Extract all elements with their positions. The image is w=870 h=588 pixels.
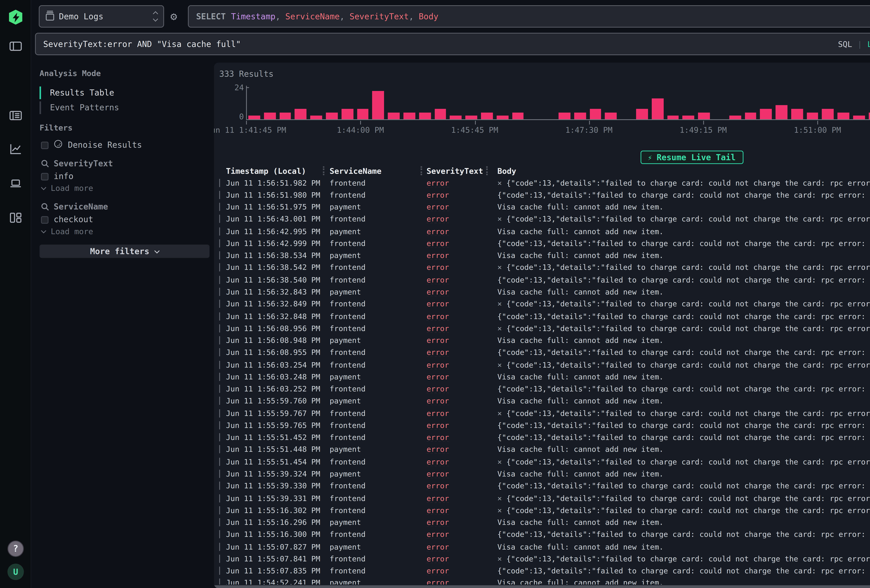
search-panel-icon[interactable] (9, 40, 22, 53)
row-expand-chevron-icon[interactable] (219, 300, 220, 308)
row-expand-chevron-icon[interactable] (219, 397, 220, 405)
histogram-bar[interactable] (419, 112, 431, 119)
table-row[interactable]: Jun 11 1:55:39.324 PMpaymenterrorVisa ca… (214, 468, 870, 480)
histogram-bar[interactable] (481, 112, 493, 119)
mode-results-table[interactable]: Results Table (40, 86, 114, 99)
header-timestamp[interactable]: Timestamp (Local) (226, 166, 330, 175)
table-row[interactable]: Jun 11 1:55:51.448 PMpaymenterrorVisa ca… (214, 444, 870, 456)
row-expand-chevron-icon[interactable] (219, 506, 220, 514)
histogram-bar[interactable] (590, 109, 601, 119)
facet-option-info[interactable]: info (41, 171, 73, 181)
row-expand-chevron-icon[interactable] (219, 542, 220, 551)
table-row[interactable]: Jun 11 1:54:52.241 PMpaymenterrorVisa ca… (214, 577, 870, 584)
row-expand-chevron-icon[interactable] (219, 348, 220, 357)
row-expand-chevron-icon[interactable] (219, 409, 220, 417)
denoise-checkbox[interactable] (41, 141, 49, 149)
table-row[interactable]: Jun 11 1:55:07.841 PMfrontenderror×{"cod… (214, 553, 870, 565)
table-row[interactable]: Jun 11 1:55:16.302 PMfrontenderror×{"cod… (214, 504, 870, 517)
facet-severitytext[interactable]: SeverityText (41, 159, 113, 168)
histogram-bar[interactable] (450, 116, 462, 119)
mode-event-patterns[interactable]: Event Patterns (40, 101, 119, 114)
row-expand-chevron-icon[interactable] (219, 361, 220, 369)
row-expand-chevron-icon[interactable] (219, 312, 220, 320)
help-button[interactable]: ? (7, 540, 24, 557)
header-servicename[interactable]: ServiceName (329, 166, 426, 175)
table-row[interactable]: Jun 11 1:55:59.765 PMfrontenderror{"code… (214, 419, 870, 432)
user-avatar[interactable]: U (7, 564, 24, 580)
load-more-severity[interactable]: Load more (42, 183, 93, 192)
histogram-bar[interactable] (605, 112, 617, 119)
table-row[interactable]: Jun 11 1:56:03.248 PMpaymenterrorVisa ca… (214, 371, 870, 383)
histogram-bar[interactable] (776, 105, 788, 119)
histogram-bar[interactable] (636, 109, 648, 119)
resume-live-tail-button[interactable]: ⚡︎ Resume Live Tail (640, 151, 743, 164)
row-expand-chevron-icon[interactable] (219, 179, 220, 187)
row-expand-chevron-icon[interactable] (219, 518, 220, 526)
histogram-bar[interactable] (869, 112, 870, 119)
more-filters-button[interactable]: More filters (40, 244, 210, 258)
histogram-bar[interactable] (341, 109, 353, 119)
table-row[interactable]: Jun 11 1:56:03.252 PMfrontenderror{"code… (214, 383, 870, 395)
histogram-bar[interactable] (822, 109, 834, 119)
table-row[interactable]: Jun 11 1:55:07.835 PMfrontenderror{"code… (214, 565, 870, 577)
source-selector[interactable]: Demo Logs (39, 5, 164, 28)
chart-explorer-icon[interactable] (9, 143, 22, 156)
table-row[interactable]: Jun 11 1:56:42.995 PMpaymenterrorVisa ca… (214, 225, 870, 237)
table-row[interactable]: Jun 11 1:55:51.454 PMfrontenderror×{"cod… (214, 456, 870, 468)
histogram-bar[interactable] (574, 112, 586, 119)
toggle-lucene[interactable]: Lucene (867, 40, 870, 48)
histogram-bar[interactable] (372, 91, 384, 119)
table-row[interactable]: Jun 11 1:55:59.767 PMfrontenderror×{"cod… (214, 407, 870, 419)
histogram-bar[interactable] (435, 109, 446, 119)
histogram-bar[interactable] (465, 116, 477, 119)
row-expand-chevron-icon[interactable] (219, 276, 220, 284)
histogram-bar[interactable] (559, 112, 571, 119)
load-more-service[interactable]: Load more (42, 227, 93, 235)
row-expand-chevron-icon[interactable] (219, 252, 220, 259)
header-body[interactable]: Body (498, 166, 870, 175)
histogram-bar[interactable] (698, 112, 710, 119)
histogram-bar[interactable] (652, 98, 663, 119)
row-expand-chevron-icon[interactable] (219, 203, 220, 211)
histogram-bar[interactable] (496, 116, 508, 119)
table-row[interactable]: Jun 11 1:55:07.827 PMpaymenterrorVisa ca… (214, 540, 870, 553)
column-resize-handle[interactable] (420, 166, 422, 175)
row-expand-chevron-icon[interactable] (219, 336, 220, 344)
row-expand-chevron-icon[interactable] (219, 263, 220, 272)
row-expand-chevron-icon[interactable] (219, 433, 220, 442)
table-row[interactable]: Jun 11 1:56:43.001 PMfrontenderror×{"cod… (214, 213, 870, 225)
table-row[interactable]: Jun 11 1:56:42.999 PMfrontenderror{"code… (214, 237, 870, 250)
table-row[interactable]: Jun 11 1:56:08.948 PMpaymenterrorVisa ca… (214, 334, 870, 347)
table-row[interactable]: Jun 11 1:56:51.975 PMpaymenterrorVisa ca… (214, 201, 870, 213)
table-row[interactable]: Jun 11 1:55:16.300 PMfrontenderror{"code… (214, 528, 870, 540)
row-expand-chevron-icon[interactable] (219, 421, 220, 429)
table-row[interactable]: Jun 11 1:56:08.955 PMfrontenderror{"code… (214, 347, 870, 359)
histogram-bar[interactable] (295, 109, 307, 119)
table-row[interactable]: Jun 11 1:56:03.254 PMfrontenderror×{"cod… (214, 359, 870, 371)
row-expand-chevron-icon[interactable] (219, 494, 220, 502)
denoise-results-row[interactable]: Denoise Results (41, 139, 142, 150)
source-settings-gear-icon[interactable]: ⚙︎ (167, 10, 180, 23)
histogram-bar[interactable] (357, 109, 369, 119)
histogram-bar[interactable] (248, 116, 260, 119)
select-clause-input[interactable]: SELECT Timestamp, ServiceName, SeverityT… (188, 5, 870, 28)
table-row[interactable]: Jun 11 1:56:38.534 PMpaymenterrorVisa ca… (214, 250, 870, 262)
sessions-laptop-icon[interactable] (9, 177, 22, 190)
row-expand-chevron-icon[interactable] (219, 240, 220, 247)
checkout-checkbox[interactable] (41, 216, 49, 223)
histogram-bar[interactable] (667, 116, 679, 119)
row-expand-chevron-icon[interactable] (219, 385, 220, 393)
histogram-bar[interactable] (388, 112, 400, 119)
table-row[interactable]: Jun 11 1:56:08.956 PMfrontenderror×{"cod… (214, 322, 870, 334)
row-expand-chevron-icon[interactable] (219, 470, 220, 478)
row-expand-chevron-icon[interactable] (219, 457, 220, 466)
histogram-bar[interactable] (326, 112, 338, 119)
info-checkbox[interactable] (41, 173, 49, 180)
table-row[interactable]: Jun 11 1:56:32.849 PMfrontenderror×{"cod… (214, 298, 870, 310)
table-row[interactable]: Jun 11 1:56:38.540 PMfrontenderror{"code… (214, 274, 870, 286)
histogram-bar[interactable] (838, 112, 849, 119)
histogram-bar[interactable] (745, 112, 756, 119)
row-expand-chevron-icon[interactable] (219, 324, 220, 332)
search-input[interactable]: SeverityText:error AND "Visa cache full"… (35, 33, 870, 55)
histogram-bar[interactable] (310, 116, 322, 119)
